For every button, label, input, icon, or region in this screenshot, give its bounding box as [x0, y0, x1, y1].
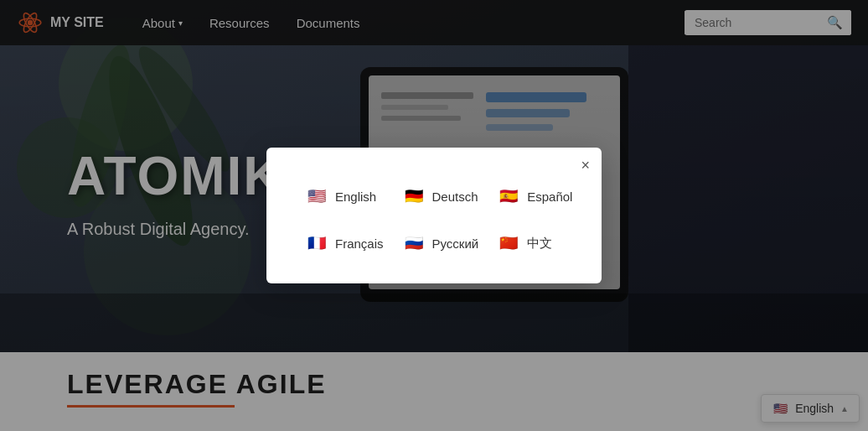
lang-option-deutsch[interactable]: 🇩🇪 Deutsch: [397, 181, 484, 211]
modal-overlay[interactable]: × 🇺🇸 English 🇩🇪 Deutsch 🇪🇸 Español 🇫🇷 Fr…: [0, 0, 868, 431]
lang-label-espanol: Español: [527, 190, 572, 204]
lang-label-russian: Русский: [432, 236, 479, 251]
lang-option-francais[interactable]: 🇫🇷 Français: [300, 228, 389, 258]
lang-option-chinese[interactable]: 🇨🇳 中文: [492, 228, 577, 258]
flag-us-icon: 🇺🇸: [305, 184, 328, 208]
flag-ru-icon: 🇷🇺: [402, 231, 426, 255]
lang-label-francais: Français: [335, 236, 384, 251]
flag-de-icon: 🇩🇪: [402, 184, 426, 208]
lang-label-chinese: 中文: [527, 236, 552, 252]
modal-close-button[interactable]: ×: [581, 158, 590, 173]
flag-es-icon: 🇪🇸: [497, 184, 520, 208]
lang-option-russian[interactable]: 🇷🇺 Русский: [397, 228, 484, 258]
flag-fr-icon: 🇫🇷: [305, 231, 328, 255]
language-grid: 🇺🇸 English 🇩🇪 Deutsch 🇪🇸 Español 🇫🇷 Fran…: [300, 181, 568, 258]
lang-option-english[interactable]: 🇺🇸 English: [300, 181, 389, 211]
language-modal: × 🇺🇸 English 🇩🇪 Deutsch 🇪🇸 Español 🇫🇷 Fr…: [266, 148, 602, 283]
lang-label-deutsch: Deutsch: [432, 190, 478, 204]
flag-cn-icon: 🇨🇳: [497, 231, 520, 255]
lang-label-english: English: [335, 190, 376, 204]
lang-option-espanol[interactable]: 🇪🇸 Español: [492, 181, 577, 211]
